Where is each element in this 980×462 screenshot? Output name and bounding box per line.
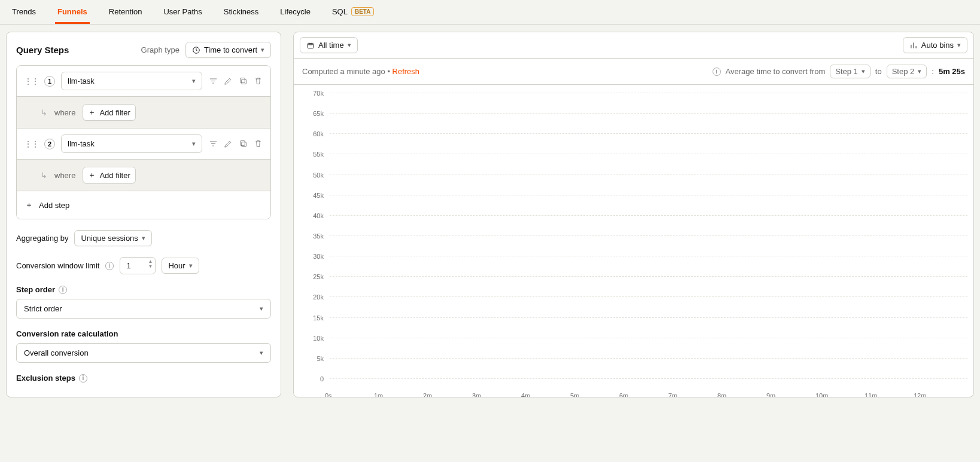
step-row-2: ⋮⋮ 2 llm-task ▾ bbox=[17, 128, 270, 159]
chevron-down-icon: ▾ bbox=[192, 77, 196, 85]
number-stepper-icon[interactable]: ▲▼ bbox=[148, 259, 153, 269]
y-tick: 35k bbox=[313, 232, 324, 240]
to-step-select[interactable]: Step 2 ▾ bbox=[887, 65, 927, 78]
aggregating-by-select[interactable]: Unique sessions ▾ bbox=[74, 230, 151, 246]
aggregating-by-label: Aggregating by bbox=[16, 234, 68, 243]
y-tick: 25k bbox=[313, 273, 324, 280]
from-step-value: Step 1 bbox=[835, 67, 858, 76]
grid-line bbox=[330, 154, 967, 154]
bar-percent-label: 2.3% bbox=[722, 383, 768, 390]
bar-percent-label: 2.0% bbox=[771, 383, 817, 390]
info-icon[interactable]: i bbox=[713, 68, 721, 76]
grid-line bbox=[330, 296, 967, 297]
y-tick: 5k bbox=[316, 355, 324, 362]
conversion-window-input[interactable]: 1 ▲▼ bbox=[120, 257, 156, 274]
tab-sql-label: SQL bbox=[332, 7, 348, 16]
y-tick: 15k bbox=[313, 314, 324, 322]
chevron-down-icon: ▾ bbox=[348, 41, 351, 49]
dot-separator: • bbox=[387, 67, 392, 76]
chart-panel: All time ▾ Auto bins ▾ Computed a minute… bbox=[293, 32, 974, 397]
insight-tabs: Trends Funnels Retention User Paths Stic… bbox=[0, 0, 980, 25]
svg-rect-4 bbox=[241, 141, 245, 146]
where-label: where bbox=[54, 171, 75, 180]
tab-stickiness[interactable]: Stickiness bbox=[221, 0, 261, 24]
svg-rect-3 bbox=[242, 142, 246, 147]
step-order-select[interactable]: Strict order ▾ bbox=[16, 299, 271, 319]
tab-user-paths[interactable]: User Paths bbox=[161, 0, 204, 24]
filter-icon[interactable] bbox=[208, 139, 218, 149]
chevron-down-icon: ▾ bbox=[957, 41, 961, 49]
grid-line bbox=[330, 113, 967, 114]
time-range-select[interactable]: All time ▾ bbox=[300, 37, 358, 53]
copy-icon[interactable] bbox=[238, 76, 248, 86]
metric-separator: : bbox=[932, 67, 934, 76]
conversion-window-unit-value: Hour bbox=[168, 261, 185, 270]
chevron-down-icon: ▾ bbox=[260, 305, 263, 313]
grid-line bbox=[330, 338, 967, 338]
drag-handle-icon[interactable]: ⋮⋮ bbox=[24, 77, 38, 86]
grid-line bbox=[330, 378, 967, 379]
conversion-rate-calc-value: Overall conversion bbox=[24, 348, 89, 357]
tab-lifecycle[interactable]: Lifecycle bbox=[278, 0, 313, 24]
chevron-down-icon: ▾ bbox=[142, 234, 145, 242]
tab-funnels[interactable]: Funnels bbox=[55, 0, 90, 24]
steps-container: ⋮⋮ 1 llm-task ▾ ↳ where ＋ Add fil bbox=[16, 65, 271, 219]
grid-line bbox=[330, 175, 967, 175]
add-step-button[interactable]: ＋ Add step bbox=[17, 191, 270, 219]
info-icon[interactable]: i bbox=[105, 262, 114, 270]
svg-rect-5 bbox=[308, 43, 313, 48]
tab-retention[interactable]: Retention bbox=[106, 0, 145, 24]
plus-icon: ＋ bbox=[25, 200, 33, 210]
chevron-down-icon: ▾ bbox=[192, 140, 196, 148]
trash-icon[interactable] bbox=[253, 76, 263, 86]
bar-percent-label: 3.5% bbox=[624, 383, 670, 390]
edit-icon[interactable] bbox=[223, 139, 233, 149]
step-order-value: Strict order bbox=[24, 304, 62, 313]
where-label: where bbox=[54, 108, 75, 117]
query-steps-panel: Query Steps Graph type Time to convert ▾… bbox=[6, 32, 281, 397]
y-axis: 70k65k60k55k50k45k40k35k30k25k20k15k10k5… bbox=[294, 93, 327, 379]
conversion-window-unit-select[interactable]: Hour ▾ bbox=[162, 258, 199, 274]
query-steps-title: Query Steps bbox=[16, 45, 69, 55]
grid-line bbox=[330, 276, 967, 277]
y-tick: 30k bbox=[313, 253, 324, 260]
info-icon[interactable]: i bbox=[59, 286, 67, 294]
clock-icon bbox=[192, 46, 200, 54]
y-tick: 55k bbox=[313, 151, 324, 158]
conversion-rate-calc-select[interactable]: Overall conversion ▾ bbox=[16, 343, 271, 363]
filter-icon[interactable] bbox=[208, 76, 218, 86]
step-1-add-filter-button[interactable]: ＋ Add filter bbox=[83, 104, 135, 121]
bins-select[interactable]: Auto bins ▾ bbox=[903, 37, 967, 53]
chevron-down-icon: ▾ bbox=[261, 46, 264, 54]
copy-icon[interactable] bbox=[238, 139, 248, 149]
tab-trends[interactable]: Trends bbox=[10, 0, 38, 24]
step-number-1: 1 bbox=[44, 76, 55, 87]
info-icon[interactable]: i bbox=[79, 374, 87, 383]
step-2-add-filter-button[interactable]: ＋ Add filter bbox=[83, 167, 135, 183]
to-step-value: Step 2 bbox=[892, 67, 915, 76]
step-1-event-select[interactable]: llm-task ▾ bbox=[61, 72, 202, 90]
conversion-window-value: 1 bbox=[126, 261, 130, 270]
step-1-where-row: ↳ where ＋ Add filter bbox=[17, 96, 270, 128]
tab-sql[interactable]: SQL BETA bbox=[330, 0, 377, 24]
to-label: to bbox=[875, 67, 882, 76]
refresh-button[interactable]: Refresh bbox=[392, 67, 420, 76]
time-range-value: All time bbox=[318, 41, 344, 50]
step-2-event-select[interactable]: llm-task ▾ bbox=[61, 134, 202, 153]
grid-line bbox=[330, 358, 967, 359]
from-step-select[interactable]: Step 1 ▾ bbox=[830, 65, 871, 78]
avg-time-value: 5m 25s bbox=[939, 67, 965, 76]
chevron-down-icon: ▾ bbox=[189, 262, 193, 270]
edit-icon[interactable] bbox=[223, 76, 233, 86]
trash-icon[interactable] bbox=[253, 139, 263, 149]
step-number-2: 2 bbox=[44, 139, 55, 149]
grid-line bbox=[330, 235, 967, 236]
y-tick: 0 bbox=[320, 375, 324, 383]
y-tick: 50k bbox=[313, 172, 324, 179]
drag-handle-icon[interactable]: ⋮⋮ bbox=[24, 139, 38, 149]
calendar-icon bbox=[306, 41, 315, 50]
graph-type-label: Graph type bbox=[141, 45, 179, 54]
bar-chart-icon bbox=[909, 41, 918, 50]
y-tick: 65k bbox=[313, 110, 324, 117]
graph-type-select[interactable]: Time to convert ▾ bbox=[185, 42, 271, 58]
